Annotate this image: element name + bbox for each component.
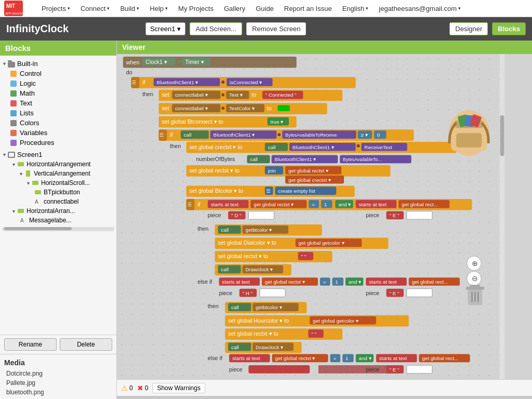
svg-text:and ▾: and ▾ xyxy=(359,355,371,361)
text-color-dot xyxy=(10,100,17,107)
svg-text:Timer ▾: Timer ▾ xyxy=(185,59,204,65)
blocks-workspace[interactable]: when Clock1 ▾ Timer ▾ do ☰ if BluetoothC… xyxy=(117,54,532,396)
svg-text:piece: piece xyxy=(366,366,379,373)
screen-selector[interactable]: Screen1 ▾ xyxy=(145,22,185,35)
logo-area: MIT APP INVENTOR xyxy=(4,1,26,16)
mit-logo-icon: MIT APP INVENTOR xyxy=(4,1,23,16)
svg-text:set: set xyxy=(162,105,169,111)
svg-text:BluetoothClient1 ▾: BluetoothClient1 ▾ xyxy=(274,156,316,162)
built-in-control[interactable]: Control xyxy=(0,69,116,78)
svg-text:☰: ☰ xyxy=(159,132,164,138)
collapse-icon: ▾ xyxy=(12,162,15,167)
nav-user-email[interactable]: jegatheesans@gmail.com ▾ xyxy=(374,0,466,17)
error-count: 0 xyxy=(145,384,149,392)
built-in-text[interactable]: Text xyxy=(0,98,116,108)
error-icon: ✖ xyxy=(137,384,143,392)
screen1-header[interactable]: ▾ Screen1 xyxy=(0,150,116,159)
media-item-pallete[interactable]: Pallete.jpg xyxy=(4,378,112,388)
media-item-dotcircle[interactable]: Dotcircle.png xyxy=(4,369,112,378)
chevron-down-icon: ▾ xyxy=(165,6,168,11)
show-warnings-button[interactable]: Show Warnings xyxy=(152,383,205,393)
svg-text:set  global  rectxt ▾  to: set global rectxt ▾ to xyxy=(218,253,268,259)
horizontal-arrangement-2[interactable]: ▾ HorizontalArran... xyxy=(7,206,116,216)
rename-button[interactable]: Rename xyxy=(4,338,57,351)
svg-text:=: = xyxy=(333,355,336,361)
remove-screen-button[interactable]: Remove Screen xyxy=(246,22,306,35)
nav-gallery[interactable]: Gallery xyxy=(219,0,250,17)
svg-rect-211 xyxy=(407,365,432,374)
vertical-arrangement[interactable]: ▾ VerticalArrangement xyxy=(15,169,116,178)
connect-label[interactable]: A connectlabel xyxy=(29,197,116,206)
svg-text:⊕: ⊕ xyxy=(472,260,478,268)
svg-text:join: join xyxy=(268,168,276,174)
svg-text:piece: piece xyxy=(219,290,232,296)
svg-text:A: A xyxy=(35,199,38,205)
blocks-tree: ▾ Built-in Control Logic Math xyxy=(0,56,116,335)
svg-rect-229 xyxy=(500,54,505,396)
svg-text:" ": " " xyxy=(301,254,307,259)
built-in-lists[interactable]: Lists xyxy=(0,108,116,118)
svg-text:Drawclock ▾: Drawclock ▾ xyxy=(245,267,273,272)
svg-text:" ": " " xyxy=(311,331,316,337)
designer-button[interactable]: Designer xyxy=(449,22,488,35)
btpick-button[interactable]: BTpickbutton xyxy=(29,188,116,197)
sidebar-actions: Rename Delete xyxy=(0,335,116,354)
built-in-header[interactable]: ▾ Built-in xyxy=(0,59,116,69)
svg-text:BytesAvailableToReceive: BytesAvailableToReceive xyxy=(285,132,337,138)
nav-help[interactable]: Help ▾ xyxy=(144,0,173,17)
media-header: Media xyxy=(4,356,112,369)
svg-text:BluetoothClient1 ▾: BluetoothClient1 ▾ xyxy=(157,79,198,85)
svg-text:" E ": " E " xyxy=(389,290,399,296)
svg-text:0: 0 xyxy=(377,132,380,138)
media-item-bluetooth[interactable]: bluetooth.png xyxy=(4,388,112,397)
warning-badge: ⚠ 0 xyxy=(121,384,133,392)
top-navigation: MIT APP INVENTOR Projects ▾ Connect ▾ Bu… xyxy=(0,0,532,17)
svg-text:get  global  rectxt ▾: get global rectxt ▾ xyxy=(275,355,315,361)
nav-projects[interactable]: Projects ▾ xyxy=(36,0,75,17)
nav-connect[interactable]: Connect ▾ xyxy=(75,0,115,17)
horizontal-arrangement-1[interactable]: ▾ HorizontalArrangement xyxy=(7,159,116,169)
label-icon: A xyxy=(20,217,27,224)
built-in-variables[interactable]: Variables xyxy=(0,128,116,138)
viewer-header: Viewer xyxy=(117,41,532,54)
svg-point-48 xyxy=(221,107,224,110)
built-in-math[interactable]: Math xyxy=(0,88,116,98)
svg-text:get  global  rectxt ▾: get global rectxt ▾ xyxy=(265,279,305,285)
svg-text:" H ": " H " xyxy=(243,290,253,296)
delete-button[interactable]: Delete xyxy=(60,338,112,351)
svg-point-30 xyxy=(221,81,224,84)
built-in-colors[interactable]: Colors xyxy=(0,118,116,128)
svg-text:starts at text: starts at text xyxy=(369,279,397,285)
svg-text:1: 1 xyxy=(324,202,327,207)
svg-point-20 xyxy=(178,60,181,63)
svg-text:get  global  rect...: get global rect... xyxy=(412,279,448,285)
nav-guide[interactable]: Guide xyxy=(250,0,279,17)
svg-text:when: when xyxy=(126,59,140,65)
message-label[interactable]: A Messagelabe... xyxy=(15,216,116,225)
nav-report-issue[interactable]: Report an Issue xyxy=(279,0,337,17)
lists-color-dot xyxy=(10,110,17,116)
built-in-procedures[interactable]: Procedures xyxy=(0,138,116,148)
svg-text:getbtcolor ▾: getbtcolor ▾ xyxy=(245,227,272,233)
svg-text:to: to xyxy=(251,91,256,98)
blocks-button[interactable]: Blocks xyxy=(492,22,526,35)
svg-rect-3 xyxy=(8,62,15,68)
blocks-canvas[interactable]: when Clock1 ▾ Timer ▾ do ☰ if BluetoothC… xyxy=(117,54,532,396)
nav-build[interactable]: Build ▾ xyxy=(115,0,144,17)
add-screen-button[interactable]: Add Screen... xyxy=(190,22,242,35)
nav-items: Projects ▾ Connect ▾ Build ▾ Help ▾ My P… xyxy=(36,0,528,17)
chevron-down-icon: ▾ xyxy=(137,6,139,11)
variables-color-dot xyxy=(10,130,17,136)
collapse-icon: ▾ xyxy=(27,180,30,186)
main-content: Blocks ▾ Built-in Control Logic xyxy=(0,41,532,399)
svg-text:then: then xyxy=(208,303,219,309)
tree-scrollbar[interactable] xyxy=(2,227,114,231)
built-in-logic[interactable]: Logic xyxy=(0,78,116,88)
nav-english[interactable]: English ▾ xyxy=(337,0,374,17)
svg-text:get  global  crectxt ▾: get global crectxt ▾ xyxy=(288,177,331,183)
svg-text:starts at text: starts at text xyxy=(379,355,407,361)
horizontal-scroll[interactable]: ▾ HorizontalScroll... xyxy=(22,178,116,188)
nav-my-projects[interactable]: My Projects xyxy=(173,0,219,17)
svg-text:☰: ☰ xyxy=(132,80,136,85)
svg-text:1: 1 xyxy=(335,279,338,285)
